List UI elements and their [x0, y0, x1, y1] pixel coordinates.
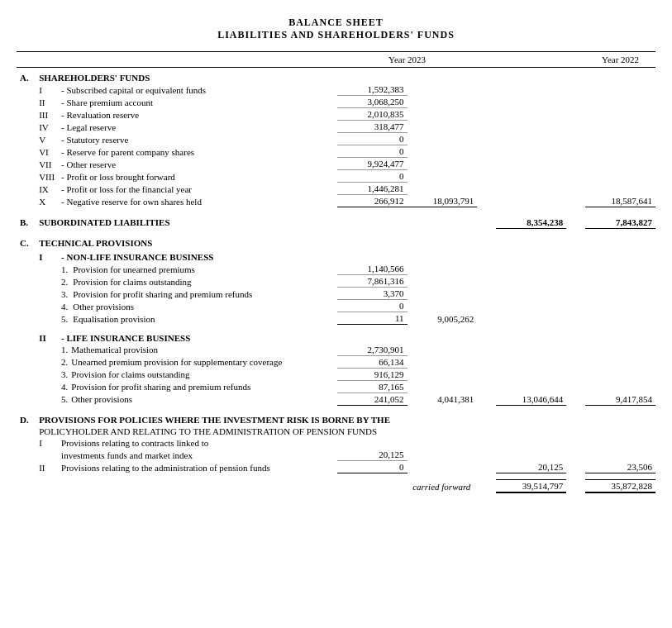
section-d-header: D. PROVISIONS FOR POLICIES WHERE THE INV…: [17, 410, 655, 426]
roman-VII: VII: [36, 158, 58, 170]
section-d-subI-row1: I Provisions relating to contracts linke…: [17, 437, 655, 449]
section-b-header: B. SUBORDINATED LIABILITIES 8,354,238 7,…: [17, 212, 655, 229]
val-profit-loss-forward: 0: [337, 170, 407, 183]
val-legal: 318,477: [337, 121, 407, 133]
roman-V: V: [36, 133, 58, 145]
desc-subscribed: - Subscribed capital or equivalent funds: [58, 83, 337, 96]
val-c-i-1: 1,140,566: [337, 263, 407, 275]
section-c-subII-header: II - LIFE INSURANCE BUSINESS: [17, 330, 655, 344]
desc-c-i-2: 2.Provision for claims outstanding: [58, 275, 337, 288]
section-a-label: A.: [17, 68, 36, 84]
section-a-header: A. SHAREHOLDERS' FUNDS: [17, 68, 655, 84]
year2022-c: 9,417,854: [585, 392, 655, 405]
section-a-item-5: V - Statutory reserve 0: [17, 133, 655, 145]
year2022-subordinated: 7,843,827: [585, 212, 655, 229]
desc-revaluation: - Revaluation reserve: [58, 108, 337, 121]
sub-II-label: II: [36, 330, 58, 344]
roman-IX: IX: [36, 183, 58, 195]
section-a-item-4: IV - Legal reserve 318,477: [17, 121, 655, 133]
section-d-title2-row: POLICYHOLDER AND RELATING TO THE ADMINIS…: [17, 426, 655, 437]
section-a-item-9: IX - Profit or loss for the financial ye…: [17, 183, 655, 195]
desc-statutory: - Statutory reserve: [58, 133, 337, 145]
roman-VI: VI: [36, 145, 58, 158]
title-line2: LIABILITIES AND SHAREHOLDERS' FUNDS: [17, 29, 655, 41]
sub-II-title: - LIFE INSURANCE BUSINESS: [58, 330, 655, 344]
roman-X: X: [36, 195, 58, 207]
desc-legal: - Legal reserve: [58, 121, 337, 133]
desc-profit-financial-year: - Profit or loss for the financial year: [58, 183, 337, 195]
c-i-item-5: 5.Equalisation provision 11 9,005,262: [17, 312, 655, 325]
header-desc: [17, 52, 337, 68]
val-other-reserve: 9,924,477: [337, 158, 407, 170]
header-year2023: Year 2023: [337, 52, 477, 68]
desc-c-i-5: 5.Equalisation provision: [58, 312, 337, 325]
c-i-item-4: 4.Other provisions 0: [17, 300, 655, 312]
val-c-ii-1: 2,730,901: [337, 344, 407, 356]
section-b-title: SUBORDINATED LIABILITIES: [36, 212, 407, 229]
section-a-item-2: II - Share premium account 3,068,250: [17, 96, 655, 108]
section-a-title: SHAREHOLDERS' FUNDS: [36, 68, 655, 84]
c-ii-item-3: 3.Provision for claims outstanding 916,1…: [17, 368, 655, 380]
section-a-item-3: III - Revaluation reserve 2,010,835: [17, 108, 655, 121]
val-c-ii-2: 66,134: [337, 355, 407, 368]
desc-c-i-1: 1.Provision for unearned premiums: [58, 263, 337, 275]
val-profit-financial-year: 1,446,281: [337, 183, 407, 195]
total-subordinated: 8,354,238: [496, 212, 566, 229]
title-section: BALANCE SHEET LIABILITIES AND SHAREHOLDE…: [17, 17, 655, 41]
section-a-item-6: VI - Reserve for parent company shares 0: [17, 145, 655, 158]
desc-reserve-parent: - Reserve for parent company shares: [58, 145, 337, 158]
roman-IV: IV: [36, 121, 58, 133]
section-c-subI-header: I - NON-LIFE INSURANCE BUSINESS: [17, 249, 655, 263]
section-d-subII-row: II Provisions relating to the administra…: [17, 461, 655, 473]
val-c-i-2: 7,861,316: [337, 275, 407, 288]
section-a-item-10: X - Negative reserve for own shares held…: [17, 195, 655, 207]
val-negative-reserve: 266,912: [337, 195, 407, 207]
val-share-premium: 3,068,250: [337, 96, 407, 108]
roman-VIII: VIII: [36, 170, 58, 183]
section-a-item-8: VIII - Profit or loss brought forward 0: [17, 170, 655, 183]
val-subscribed: 1,592,383: [337, 83, 407, 96]
desc-other-reserve: - Other reserve: [58, 158, 337, 170]
total-c-i: 9,005,262: [407, 312, 478, 325]
section-d-subI-row2: investments funds and market index 20,12…: [17, 449, 655, 461]
year2022-shareholders: 18,587,641: [585, 195, 655, 207]
header-row: Year 2023 Year 2022: [17, 52, 655, 68]
page-container: BALANCE SHEET LIABILITIES AND SHAREHOLDE…: [17, 17, 655, 493]
roman-III: III: [36, 108, 58, 121]
roman-II: II: [36, 96, 58, 108]
desc-c-ii-5: 5.Other provisions: [58, 392, 337, 405]
desc-profit-loss-forward: - Profit or loss brought forward: [58, 170, 337, 183]
c-ii-item-5: 5.Other provisions 241,052 4,041,381 13,…: [17, 392, 655, 405]
section-a-item-1: I - Subscribed capital or equivalent fun…: [17, 83, 655, 96]
val-statutory: 0: [337, 133, 407, 145]
carried-year2022: 35,872,828: [585, 480, 655, 493]
val-d-subI: 20,125: [337, 449, 407, 461]
val-c-ii-4: 87,165: [337, 380, 407, 392]
section-c-title: TECHNICAL PROVISIONS: [36, 233, 655, 249]
section-b-label: B.: [17, 212, 36, 229]
val-c-i-5: 11: [337, 312, 407, 325]
desc-c-ii-2: 2.Unearned premium provision for supplem…: [58, 355, 337, 368]
desc-c-ii-1: 1.Mathematical provision: [58, 344, 337, 356]
balance-sheet-table: Year 2023 Year 2022 A. SHAREHOLDERS' FUN…: [17, 51, 655, 493]
val-c-i-4: 0: [337, 300, 407, 312]
desc-share-premium: - Share premium account: [58, 96, 337, 108]
c-i-item-2: 2.Provision for claims outstanding 7,861…: [17, 275, 655, 288]
c-ii-item-1: 1.Mathematical provision 2,730,901: [17, 344, 655, 356]
total-c-ii: 4,041,381: [407, 392, 478, 405]
total-shareholders: 18,093,791: [407, 195, 478, 207]
carried-forward-row: carried forward 39,514,797 35,872,828: [17, 480, 655, 493]
d-sub-II-desc: Provisions relating to the administratio…: [58, 461, 337, 473]
val-c-i-3: 3,370: [337, 288, 407, 300]
d-roman-II: II: [36, 461, 58, 473]
c-i-item-1: 1.Provision for unearned premiums 1,140,…: [17, 263, 655, 275]
header-year2022: Year 2022: [585, 52, 655, 68]
c-i-item-3: 3.Provision for profit sharing and premi…: [17, 288, 655, 300]
header-year2022-total: [496, 52, 566, 68]
desc-c-i-3: 3.Provision for profit sharing and premi…: [58, 288, 337, 300]
total-d: 20,125: [496, 461, 566, 473]
title-line1: BALANCE SHEET: [17, 17, 655, 29]
spacer-d-carried: [17, 473, 655, 480]
desc-c-ii-3: 3.Provision for claims outstanding: [58, 368, 337, 380]
section-total-c: 13,046,644: [496, 392, 566, 405]
